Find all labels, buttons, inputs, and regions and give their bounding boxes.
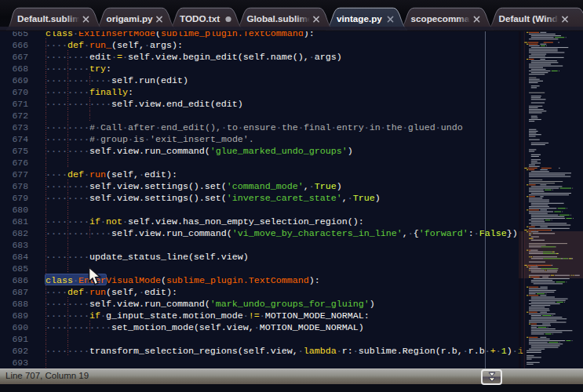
svg-text:vintage.py: vintage.py [337,13,382,24]
svg-text:TODO.txt: TODO.txt [180,13,220,24]
svg-text:Global.sublime-: Global.sublime- [247,13,316,24]
svg-text:origami.py: origami.py [107,13,154,24]
svg-text:Default.sublime: Default.sublime [17,13,86,24]
